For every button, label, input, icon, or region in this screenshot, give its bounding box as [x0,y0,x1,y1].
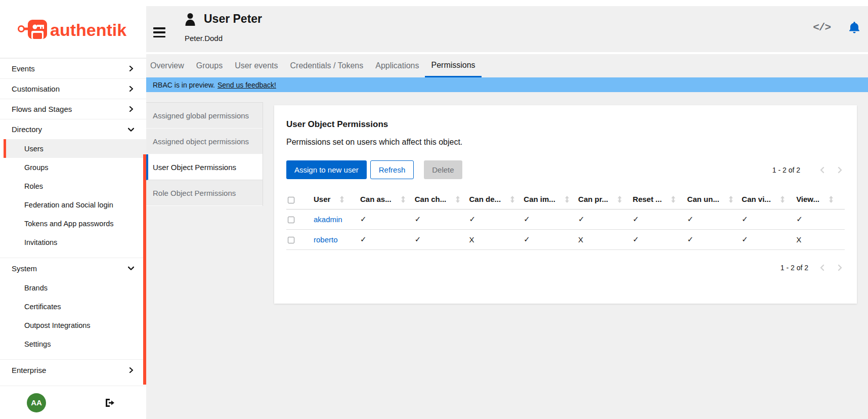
perm-mark: ✓ [627,209,681,229]
subtab-role-object-permissions[interactable]: Role Object Permissions [146,180,263,206]
column-header[interactable]: Reset ... [633,195,662,203]
sidebar-item-system[interactable]: System [0,258,146,278]
subtab-user-object-permissions[interactable]: User Object Permissions [146,154,263,180]
permissions-table: User Can as... Can ch... Can de... Can i… [286,190,845,250]
perm-mark: ✓ [790,209,845,229]
sidebar-item-enterprise[interactable]: Enterprise [0,360,146,380]
row-checkbox[interactable] [288,237,294,243]
chevron-down-icon [128,127,134,133]
sidebar-item-label: Directory [12,125,42,134]
sort-icon[interactable] [565,196,570,203]
sort-icon[interactable] [510,196,515,203]
permission-subtabs: Assigned global permissions Assigned obj… [146,102,263,206]
tab-groups[interactable]: Groups [190,54,229,77]
next-page-icon[interactable] [836,165,845,175]
sidebar-item-certificates[interactable]: Certificates [0,297,146,316]
user-link[interactable]: roberto [314,235,338,244]
perm-mark: ✓ [681,229,736,249]
sidebar-item-label: Certificates [24,303,61,311]
code-icon[interactable]: </> [813,22,831,33]
sidebar-item-label: Flows and Stages [12,105,72,113]
sidebar-user-row: AA [0,386,146,419]
column-header[interactable]: Can de... [469,195,501,203]
perm-mark: X [463,229,518,249]
sort-icon[interactable] [671,196,676,203]
perm-mark: ✓ [517,209,572,229]
bell-icon[interactable] [849,21,860,33]
sidebar-item-events[interactable]: Events [0,58,146,78]
sidebar-item-directory[interactable]: Directory [0,119,146,139]
user-link[interactable]: akadmin [314,215,342,224]
avatar[interactable]: AA [27,393,46,412]
column-header[interactable]: View... [796,195,819,203]
chevron-right-icon [128,367,134,373]
delete-button[interactable]: Delete [424,160,462,179]
subtab-assigned-global-permissions[interactable]: Assigned global permissions [146,103,263,129]
sidebar-item-label: Settings [24,340,51,348]
previous-page-icon[interactable] [817,165,827,175]
sidebar-item-settings[interactable]: Settings [0,334,146,353]
next-page-icon[interactable] [836,263,845,272]
sidebar-item-label: Brands [24,284,48,292]
refresh-button[interactable]: Refresh [370,160,414,179]
user-icon [185,13,196,26]
sidebar-scrollbar[interactable] [143,154,146,385]
sidebar-item-groups[interactable]: Groups [0,158,146,177]
toolbar: Assign to new user Refresh Delete 1 - 2 … [286,160,845,179]
preview-banner: RBAC is in preview. Send us feedback! [146,77,868,92]
perm-mark: ✓ [735,229,790,249]
sort-icon[interactable] [401,196,406,203]
sidebar-item-label: Outpost Integrations [24,321,91,329]
table-row: roberto ✓ ✓ X ✓ X ✓ ✓ ✓ X [286,229,845,249]
feedback-link[interactable]: Send us feedback! [218,81,276,89]
sidebar-item-outpost-integrations[interactable]: Outpost Integrations [0,316,146,334]
perm-mark: ✓ [517,229,572,249]
pagination-range: 1 - 2 of 2 [772,166,800,174]
row-checkbox[interactable] [288,217,294,223]
sidebar-item-customisation[interactable]: Customisation [0,78,146,99]
user-object-permissions-card: User Object Permissions Permissions set … [274,105,857,304]
card-description: Permissions set on users which affect th… [286,138,845,147]
column-header[interactable]: Can im... [524,195,555,203]
logout-icon[interactable] [105,398,115,407]
sort-icon[interactable] [728,196,733,203]
sort-icon[interactable] [780,196,785,203]
tab-user-events[interactable]: User events [229,54,284,77]
page-title: User Peter [204,12,262,26]
column-header[interactable]: Can ch... [415,195,447,203]
column-header[interactable]: Can as... [360,195,392,203]
sidebar-item-label: Events [12,64,35,73]
sidebar-item-invitations[interactable]: Invitations [0,233,146,252]
sort-icon[interactable] [617,196,622,203]
column-header[interactable]: Can pr... [578,195,608,203]
perm-mark: ✓ [354,209,409,229]
tab-permissions[interactable]: Permissions [425,54,481,77]
perm-mark: X [572,229,627,249]
perm-mark: ✓ [409,209,463,229]
sidebar-item-label: Roles [24,182,43,190]
card-title: User Object Permissions [286,119,845,130]
assign-to-new-user-button[interactable]: Assign to new user [286,160,367,179]
previous-page-icon[interactable] [817,263,827,272]
subtab-assigned-object-permissions[interactable]: Assigned object permissions [146,129,263,154]
sidebar-item-flows-and-stages[interactable]: Flows and Stages [0,99,146,119]
column-header[interactable]: Can un... [687,195,719,203]
tab-applications[interactable]: Applications [369,54,425,77]
tab-credentials-tokens[interactable]: Credentials / Tokens [284,54,370,77]
menu-icon[interactable] [153,27,165,37]
column-header[interactable]: User [314,195,330,203]
sidebar-item-federation[interactable]: Federation and Social login [0,195,146,214]
sidebar-item-brands[interactable]: Brands [0,278,146,297]
sidebar-item-users[interactable]: Users [4,139,146,158]
sidebar-item-label: Federation and Social login [24,201,113,209]
sort-icon[interactable] [829,196,834,203]
tab-overview[interactable]: Overview [146,54,190,77]
sort-icon[interactable] [455,196,460,203]
sidebar-item-roles[interactable]: Roles [0,177,146,195]
select-all-checkbox[interactable] [288,197,294,203]
brand-logo[interactable]: authentik [0,0,146,58]
perm-mark: ✓ [354,229,409,249]
column-header[interactable]: Can vi... [742,195,771,203]
sort-icon[interactable] [339,196,344,203]
sidebar-item-tokens[interactable]: Tokens and App passwords [0,214,146,233]
